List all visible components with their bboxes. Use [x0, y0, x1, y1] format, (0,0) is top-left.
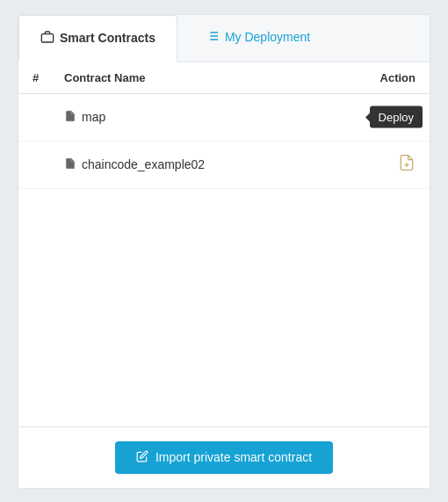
tab-smart-contracts[interactable]: Smart Contracts — [18, 15, 177, 62]
contract-name: chaincode_example02 — [82, 157, 205, 171]
list-icon — [206, 29, 220, 46]
row-name: map — [64, 110, 328, 125]
deploy-tooltip: Deploy — [370, 106, 423, 128]
tab-bar: Smart Contracts My Deployment — [18, 15, 430, 62]
tab-my-deployment[interactable]: My Deployment — [184, 15, 331, 62]
table-body: map Deploy — [18, 94, 430, 426]
col-name-label: Contract Name — [64, 71, 328, 84]
footer: Import private smart contract — [18, 426, 430, 488]
table-row: map Deploy — [18, 94, 430, 142]
col-action-label: Action — [328, 71, 415, 84]
contract-icon — [64, 157, 76, 172]
deploy-action-icon-2[interactable] — [398, 157, 415, 175]
import-button[interactable]: Import private smart contract — [115, 441, 333, 474]
pencil-icon — [136, 450, 148, 465]
table-row: chaincode_example02 — [18, 142, 430, 189]
tab-smart-contracts-label: Smart Contracts — [60, 31, 155, 45]
contract-icon — [64, 110, 76, 125]
table-header: # Contract Name Action — [18, 62, 430, 94]
col-hash-label: # — [33, 71, 64, 84]
tab-my-deployment-label: My Deployment — [225, 30, 310, 44]
briefcase-icon — [40, 30, 54, 47]
main-container: Smart Contracts My Deployment # Contract… — [18, 14, 430, 489]
import-button-label: Import private smart contract — [155, 450, 312, 464]
row-action — [328, 154, 415, 176]
row-action: Deploy — [328, 106, 415, 128]
contract-name: map — [82, 110, 105, 124]
row-name: chaincode_example02 — [64, 157, 328, 172]
svg-rect-0 — [41, 33, 53, 41]
